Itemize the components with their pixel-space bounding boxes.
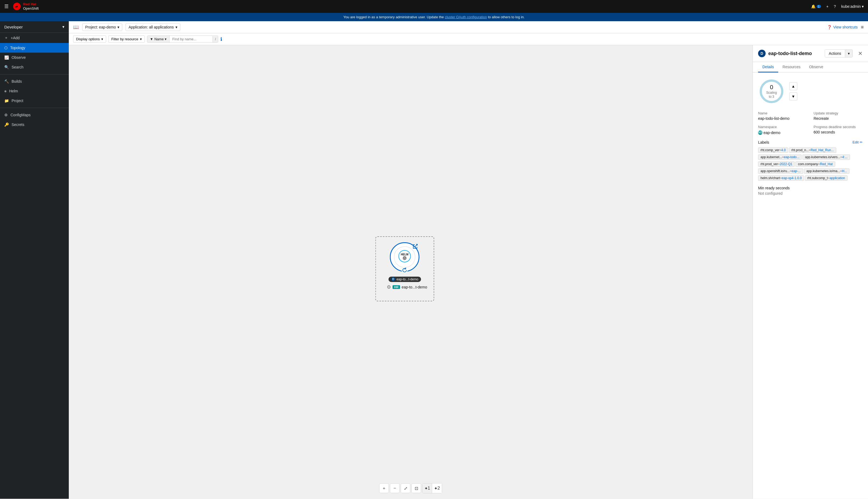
refresh-icon[interactable] bbox=[402, 267, 408, 273]
topology-area: HELM bbox=[69, 45, 868, 499]
user-menu[interactable]: kube:admin ▾ bbox=[841, 4, 864, 9]
filter-icon: ▼ bbox=[150, 37, 154, 41]
builds-icon: 🔨 bbox=[4, 79, 9, 84]
sidebar-item-search[interactable]: 🔍 Search bbox=[0, 62, 69, 72]
list-view-icon[interactable]: ≡ bbox=[861, 24, 864, 30]
node-group: HELM bbox=[375, 236, 434, 301]
helm-release-gear-icon: ⚙ bbox=[387, 284, 391, 290]
view-shortcuts-link[interactable]: ❓ View shortcuts bbox=[827, 25, 858, 29]
svg-line-9 bbox=[403, 257, 404, 257]
find-by-name-input[interactable] bbox=[170, 36, 213, 42]
application-selector[interactable]: Application: all applications ▾ bbox=[125, 23, 180, 31]
namespace-link[interactable]: eap-demo bbox=[763, 131, 780, 135]
brand-logo-area: Red Hat OpenShift bbox=[13, 2, 39, 11]
canvas-controls: ＋ − ⤢ ⊡ ✦ 1 ✦ 2 bbox=[379, 483, 442, 494]
sub-header: 📖 Project: eap-demo ▾ Application: all a… bbox=[69, 21, 868, 33]
node-type-1-button[interactable]: ✦ 1 bbox=[422, 484, 432, 493]
bookmark-icon: 📖 bbox=[73, 24, 79, 30]
label-tag: app.kubernet...=eap-todo... bbox=[758, 155, 801, 160]
info-icon[interactable]: ℹ bbox=[220, 36, 222, 42]
min-ready-section: Min ready seconds Not configured bbox=[758, 186, 863, 195]
node-label[interactable]: D eap-to...t-demo bbox=[388, 276, 421, 282]
perspective-switcher[interactable]: Developer ▾ bbox=[0, 21, 69, 33]
project-selector[interactable]: Project: eap-demo ▾ bbox=[82, 23, 122, 31]
edit-labels-button[interactable]: Edit ✏ bbox=[853, 140, 863, 144]
display-options-button[interactable]: Display options ▾ bbox=[73, 35, 106, 43]
plus-icon: ＋ bbox=[4, 35, 8, 40]
svg-line-12 bbox=[403, 259, 404, 259]
tab-details[interactable]: Details bbox=[758, 62, 778, 73]
oauth-config-link[interactable]: cluster OAuth configuration bbox=[445, 15, 487, 19]
external-link-icon[interactable] bbox=[412, 243, 418, 249]
node-type-2-button[interactable]: ✦ 2 bbox=[432, 484, 442, 493]
fit-to-screen-button[interactable]: ⤢ bbox=[401, 484, 410, 493]
field-update-strategy: Update strategy Recreate bbox=[814, 111, 863, 121]
helm-logo-icon: HELM bbox=[398, 250, 411, 264]
observe-icon: 📈 bbox=[4, 55, 9, 60]
label-tag: rht.prod_ver=2022-Q1 bbox=[758, 161, 795, 167]
deployment-badge: D bbox=[758, 50, 765, 57]
actions-caret-icon[interactable]: ▾ bbox=[845, 50, 853, 57]
label-tag: rht.comp_ver=4.0 bbox=[758, 147, 788, 153]
display-options-chevron-icon: ▾ bbox=[101, 37, 103, 41]
reset-view-button[interactable]: ⊡ bbox=[411, 484, 421, 493]
topology-icon: ⬡ bbox=[4, 46, 8, 50]
close-panel-button[interactable]: ✕ bbox=[858, 50, 863, 57]
chevron-down-icon: ▾ bbox=[62, 24, 64, 29]
sidebar: Developer ▾ ＋ +Add ⬡ Topology 📈 Observe … bbox=[0, 21, 69, 499]
labels-list: rht.comp_ver=4.0rht.prod_n...=Red_Hat_Ru… bbox=[758, 147, 863, 182]
label-tag: rht.prod_n...=Red_Hat_Run... bbox=[789, 147, 836, 153]
sidebar-item-project[interactable]: 📁 Project bbox=[0, 96, 69, 106]
details-grid: Name eap-todo-list-demo Update strategy … bbox=[758, 111, 863, 135]
label-tag: app.kubernetes.io/ma...=H... bbox=[804, 168, 849, 174]
notifications-button[interactable]: 🔔 1 bbox=[811, 4, 821, 9]
sidebar-item-add[interactable]: ＋ +Add bbox=[0, 33, 69, 43]
panel-title: D eap-todo-list-demo bbox=[758, 50, 812, 57]
svg-text:HELM: HELM bbox=[401, 253, 409, 256]
info-banner: You are logged in as a temporary adminis… bbox=[0, 13, 868, 21]
slash-shortcut: / bbox=[213, 36, 218, 42]
sidebar-divider-2 bbox=[0, 108, 69, 108]
sidebar-item-configmaps[interactable]: ⚙ ConfigMaps bbox=[0, 110, 69, 120]
topology-canvas[interactable]: HELM bbox=[69, 45, 752, 499]
search-icon: 🔍 bbox=[4, 65, 9, 69]
scale-up-button[interactable]: ▲ bbox=[789, 82, 797, 90]
app-chevron-icon: ▾ bbox=[176, 25, 177, 29]
sidebar-item-observe[interactable]: 📈 Observe bbox=[0, 53, 69, 62]
sidebar-item-topology[interactable]: ⬡ Topology bbox=[0, 43, 69, 53]
zoom-in-button[interactable]: ＋ bbox=[379, 484, 389, 493]
sidebar-item-secrets[interactable]: 🔑 Secrets bbox=[0, 120, 69, 130]
help-button[interactable]: ? bbox=[834, 4, 836, 9]
donut-text: 0 Scaling to 3 bbox=[765, 84, 778, 99]
svg-point-4 bbox=[404, 258, 405, 259]
name-filter-selector[interactable]: ▼ Name ▾ bbox=[147, 36, 170, 42]
pencil-icon: ✏ bbox=[860, 140, 863, 144]
panel-header: D eap-todo-list-demo Actions ▾ ✕ bbox=[753, 45, 868, 62]
question-icon: ❓ bbox=[827, 25, 832, 29]
zoom-out-button[interactable]: − bbox=[390, 484, 400, 493]
actions-button[interactable]: Actions bbox=[825, 50, 845, 57]
name-chevron-icon: ▾ bbox=[165, 37, 167, 41]
sidebar-item-helm[interactable]: ⎈ Helm bbox=[0, 86, 69, 96]
label-tag: app.kubernetes.io/vers...=4:... bbox=[803, 155, 850, 160]
label-tag: app.openshift.io/ru...=eap-... bbox=[758, 168, 803, 174]
hr-badge: HR bbox=[393, 285, 400, 289]
toolbar: Display options ▾ Filter by resource ▾ ▼… bbox=[69, 33, 868, 45]
tab-observe[interactable]: Observe bbox=[805, 62, 828, 73]
project-chevron-icon: ▾ bbox=[118, 25, 119, 29]
top-navigation: ☰ Red Hat OpenShift 🔔 1 + ? kube:admin ▾ bbox=[0, 0, 868, 13]
labels-header: Labels Edit ✏ bbox=[758, 140, 863, 145]
add-button[interactable]: + bbox=[826, 4, 829, 9]
sidebar-item-builds[interactable]: 🔨 Builds bbox=[0, 76, 69, 86]
content-area: 📖 Project: eap-demo ▾ Application: all a… bbox=[69, 21, 868, 499]
tab-resources[interactable]: Resources bbox=[778, 62, 805, 73]
actions-dropdown: Actions ▾ bbox=[825, 49, 853, 58]
filter-by-resource-button[interactable]: Filter by resource ▾ bbox=[108, 35, 145, 43]
scale-down-button[interactable]: ▼ bbox=[789, 93, 797, 100]
sidebar-divider bbox=[0, 74, 69, 74]
field-name: Name eap-todo-list-demo bbox=[758, 111, 807, 121]
node2-icon: ✦ bbox=[434, 486, 437, 491]
helm-node[interactable]: HELM bbox=[390, 242, 420, 271]
hamburger-menu[interactable]: ☰ bbox=[4, 3, 9, 9]
helm-release-row[interactable]: ⚙ HR eap-to...t-demo bbox=[387, 284, 427, 290]
